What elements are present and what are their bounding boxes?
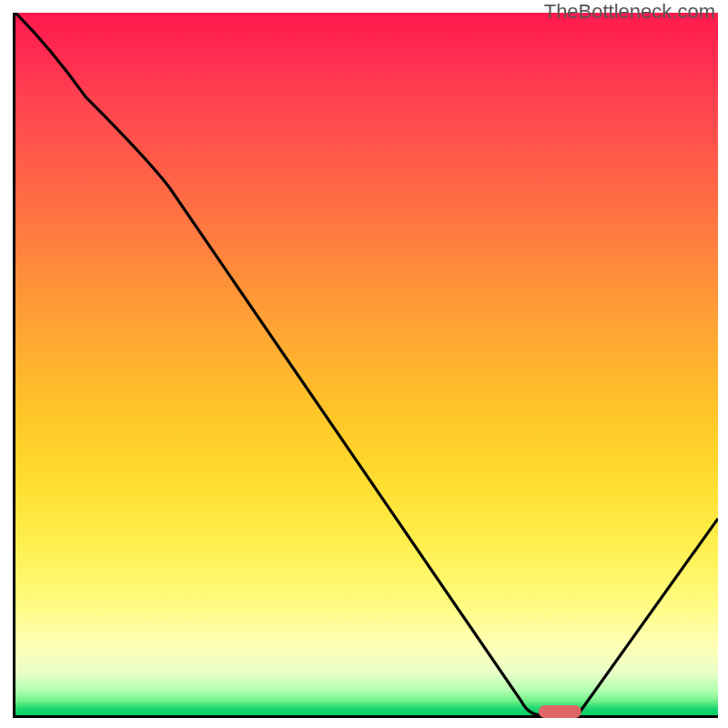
curve-svg xyxy=(15,13,718,715)
optimal-marker xyxy=(539,705,581,718)
bottleneck-curve xyxy=(15,13,718,715)
bottleneck-chart: TheBottleneck.com xyxy=(0,0,728,728)
plot-area xyxy=(13,13,718,718)
watermark-text: TheBottleneck.com xyxy=(544,0,715,24)
